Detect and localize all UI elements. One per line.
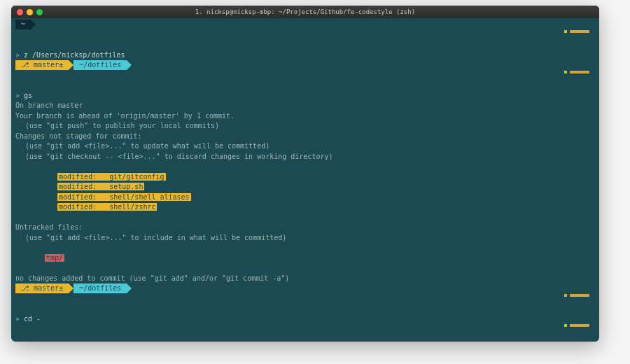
output-line: Untracked files: <box>15 223 595 233</box>
output-line: Changes not staged for commit: <box>15 132 595 142</box>
blank-line <box>15 213 595 223</box>
untracked-file: tmp/ <box>45 254 64 262</box>
status-indicators <box>564 324 589 327</box>
blank-line <box>15 243 595 253</box>
blank-line <box>15 162 595 172</box>
prompt-segment-path: ~/dotfiles <box>74 60 127 70</box>
modified-file: modified: shell/shell_aliases <box>57 193 191 201</box>
status-indicators <box>564 294 589 297</box>
prompt-symbol: » <box>15 92 24 99</box>
prompt-segment-path: ~/dotfiles <box>74 284 127 293</box>
prompt-symbol: » <box>15 315 24 323</box>
modified-file: modified: shell/zshrc <box>57 203 157 211</box>
prompt-segment-branch: ⎇ master± <box>15 60 69 70</box>
output-line: (use "git add <file>..." to include in w… <box>15 233 595 244</box>
modified-file: modified: setup.sh <box>57 183 144 190</box>
output-line: Your branch is ahead of 'origin/master' … <box>15 111 595 122</box>
status-indicators <box>564 30 589 33</box>
modified-file: modified: git/gitconfig <box>57 173 166 181</box>
prompt-segment-home: ~ <box>15 20 31 29</box>
command-text: gs <box>24 92 32 99</box>
blank-line <box>15 263 595 274</box>
command-text: z /Users/nicksp/dotfiles <box>24 51 125 59</box>
prompt-symbol: » <box>15 51 24 59</box>
output-line: no changes added to commit (use "git add… <box>15 274 595 284</box>
status-indicators <box>564 71 589 74</box>
output-line: (use "git add <file>..." to update what … <box>15 141 595 152</box>
command-text: cd - <box>24 315 41 323</box>
terminal-body[interactable]: ~ » z /Users/nicksp/dotfiles ⎇ master±~/… <box>11 18 599 342</box>
output-line: (use "git push" to publish your local co… <box>15 121 595 132</box>
terminal-window: 1. nicksp@nicksp-mbp: ~/Projects/Github/… <box>11 6 599 342</box>
window-title: 1. nicksp@nicksp-mbp: ~/Projects/Github/… <box>11 8 599 15</box>
output-line: On branch master <box>15 101 595 111</box>
titlebar: 1. nicksp@nicksp-mbp: ~/Projects/Github/… <box>11 6 599 18</box>
output-line: (use "git checkout -- <file>..." to disc… <box>15 152 595 162</box>
prompt-segment-branch: ⎇ master± <box>15 284 69 293</box>
